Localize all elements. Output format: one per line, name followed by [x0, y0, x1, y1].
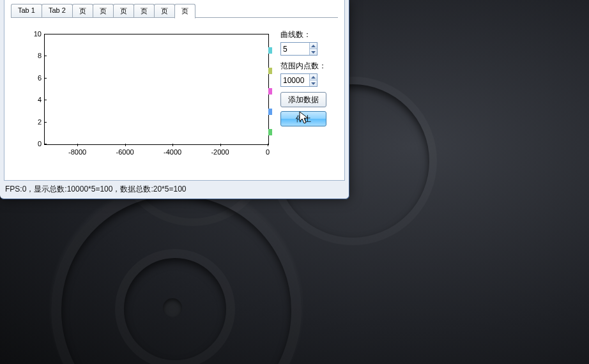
tab-2[interactable]: 页 — [72, 4, 93, 18]
ytick: 10 — [19, 31, 42, 37]
status-bar: FPS:0，显示总数:10000*5=100，数据总数:20*5=100 — [5, 184, 186, 195]
curves-down[interactable] — [310, 49, 317, 55]
points-up[interactable] — [310, 74, 317, 80]
desktop-background: Tab 1Tab 2页页页页页页 0246810-8000-6000-4000-… — [0, 0, 589, 364]
tab-5[interactable]: 页 — [134, 4, 155, 18]
tab-4[interactable]: 页 — [113, 4, 134, 18]
tab-1[interactable]: Tab 2 — [42, 4, 73, 18]
legend-swatch — [268, 129, 272, 135]
tab-0[interactable]: Tab 1 — [11, 4, 42, 18]
client-area: Tab 1Tab 2页页页页页页 0246810-8000-6000-4000-… — [4, 0, 345, 181]
points-spinner[interactable] — [280, 73, 317, 87]
ytick: 8 — [19, 52, 42, 59]
curves-up[interactable] — [310, 43, 317, 49]
tab-strip: Tab 1Tab 2页页页页页页 — [11, 4, 338, 18]
xtick: 0 — [252, 148, 284, 156]
points-down[interactable] — [310, 80, 317, 86]
curves-label: 曲线数： — [280, 29, 335, 40]
curves-input[interactable] — [281, 43, 309, 55]
ytick: 0 — [19, 140, 42, 147]
legend-swatch — [268, 109, 272, 115]
xtick: -4000 — [157, 148, 188, 156]
app-window: Tab 1Tab 2页页页页页页 0246810-8000-6000-4000-… — [0, 0, 349, 199]
controls-panel: 曲线数： 范围内点数： 添加数据 停止 — [280, 29, 335, 130]
tab-7[interactable]: 页 — [174, 4, 195, 19]
plot-area — [44, 34, 269, 145]
tab-6[interactable]: 页 — [154, 4, 175, 18]
tab-3[interactable]: 页 — [93, 4, 114, 18]
chart: 0246810-8000-6000-4000-20000 — [17, 26, 272, 169]
xtick: -8000 — [61, 148, 93, 156]
points-input[interactable] — [281, 74, 309, 86]
points-label: 范围内点数： — [280, 61, 335, 72]
xtick: -2000 — [204, 148, 236, 156]
ytick: 2 — [19, 119, 42, 125]
curves-spinner[interactable] — [280, 42, 317, 56]
legend-swatch — [268, 68, 272, 74]
ytick: 6 — [19, 75, 42, 81]
xtick: -6000 — [109, 148, 141, 156]
ytick: 4 — [19, 96, 42, 103]
stop-button[interactable]: 停止 — [280, 111, 326, 126]
legend-swatch — [268, 88, 272, 95]
legend-swatch — [268, 47, 272, 54]
add-data-button[interactable]: 添加数据 — [280, 92, 326, 107]
